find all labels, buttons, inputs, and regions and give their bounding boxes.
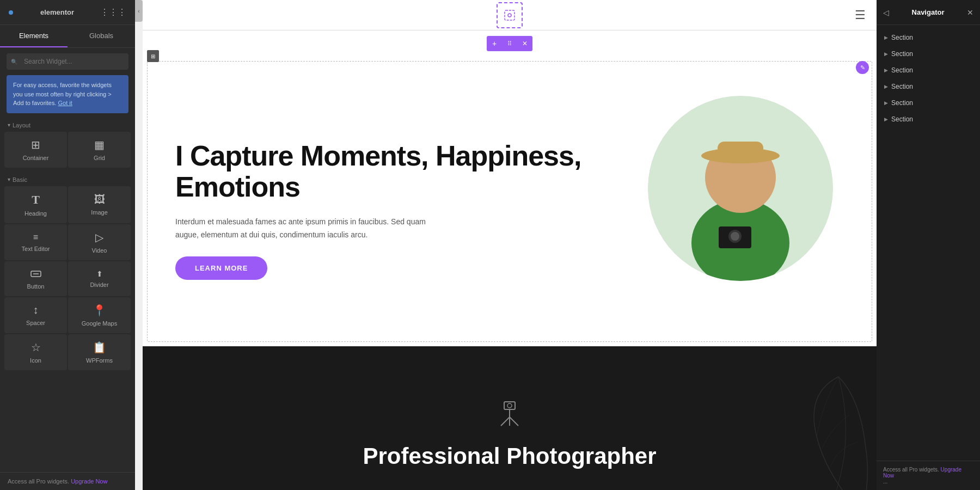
hero-section: + ⠿ ✕ ⊞ ✎ I Capture Moments, Happiness, … [143, 30, 877, 346]
divider-label: Divider [90, 281, 108, 288]
add-section-button[interactable]: + [487, 36, 502, 51]
svg-rect-8 [718, 142, 763, 158]
navigator-panel: ◁ Navigator ✕ ▶ Section ▶ Section ▶ Sect… [877, 0, 980, 490]
widget-divider[interactable]: ⬆ Divider [68, 261, 131, 296]
nav-arrow-icon: ▶ [884, 68, 888, 73]
hero-right [637, 96, 844, 281]
close-section-button[interactable]: ✕ [517, 36, 532, 51]
widget-google-maps[interactable]: 📍 Google Maps [68, 297, 131, 333]
nav-item-section-2[interactable]: ▶ Section [877, 46, 980, 62]
tripod-svg [493, 397, 526, 430]
image-icon: 🖼 [94, 193, 105, 206]
video-label: Video [92, 247, 107, 254]
navigator-title: Navigator [912, 8, 945, 16]
nav-item-section-3[interactable]: ▶ Section [877, 62, 980, 78]
footer-text: Access all Pro widgets. [8, 478, 69, 485]
widget-container[interactable]: ⊞ Container [4, 132, 67, 168]
grid-label: Grid [94, 155, 105, 161]
text-editor-label: Text Editor [22, 246, 50, 252]
photographer-svg [648, 96, 833, 281]
widget-wpforms[interactable]: 📋 WPForms [68, 334, 131, 370]
photographer-image [648, 96, 833, 281]
navigator-header: ◁ Navigator ✕ [877, 0, 980, 25]
navigator-items: ▶ Section ▶ Section ▶ Section ▶ Section … [877, 25, 980, 461]
hamburger-menu-icon[interactable]: ☰ [855, 8, 866, 22]
move-section-button[interactable]: ⠿ [502, 36, 517, 51]
collapse-handle[interactable]: ‹ [135, 0, 143, 22]
nav-item-label: Section [891, 115, 913, 123]
container-label: Container [23, 155, 49, 161]
spacer-label: Spacer [26, 320, 45, 326]
svg-point-3 [508, 14, 511, 17]
info-banner: For easy access, favorite the widgets yo… [7, 75, 128, 113]
search-input[interactable] [7, 53, 128, 70]
canvas-area: ☰ + ⠿ ✕ ⊞ ✎ I Captur [143, 0, 877, 490]
got-it-link[interactable]: Got it [58, 100, 72, 106]
upgrade-now-link[interactable]: Upgrade Now [71, 478, 107, 485]
spacer-icon: ↕ [33, 304, 39, 316]
nav-item-section-5[interactable]: ▶ Section [877, 95, 980, 111]
nav-item-label: Section [891, 66, 913, 74]
svg-point-11 [731, 232, 739, 241]
camera-tripod-icon [493, 397, 526, 434]
hero-body-text: Interdum et malesuada fames ac ante ipsu… [175, 216, 448, 242]
widget-button[interactable]: Button [4, 261, 67, 296]
canvas-topbar: ☰ [143, 0, 877, 30]
search-box [0, 48, 135, 75]
panel-header: elementor ⋮⋮⋮ [0, 0, 135, 25]
nav-item-section-4[interactable]: ▶ Section [877, 78, 980, 95]
wpforms-icon: 📋 [93, 341, 106, 354]
nav-arrow-icon: ▶ [884, 117, 888, 122]
layout-section-label: Layout [0, 118, 135, 132]
edit-pencil[interactable]: ✎ [856, 61, 869, 74]
tab-elements[interactable]: Elements [0, 25, 68, 47]
nav-arrow-icon: ▶ [884, 51, 888, 57]
tab-globals[interactable]: Globals [68, 25, 135, 47]
widget-icon[interactable]: ☆ Icon [4, 334, 67, 370]
heading-label: Heading [24, 210, 47, 217]
elementor-logo: elementor [40, 8, 74, 16]
svg-point-13 [507, 403, 512, 408]
target-icon [497, 2, 523, 28]
widget-image[interactable]: 🖼 Image [68, 186, 131, 223]
nav-item-label: Section [891, 50, 913, 58]
container-icon: ⊞ [31, 138, 40, 151]
basic-widget-grid: T Heading 🖼 Image ≡ Text Editor ▷ Video [0, 186, 135, 375]
svg-line-16 [510, 417, 518, 426]
hero-left: I Capture Moments, Happiness, Emotions I… [175, 97, 637, 280]
navigator-close-button[interactable]: ✕ [967, 8, 973, 17]
elementor-dot [9, 10, 13, 15]
text-editor-icon: ≡ [33, 232, 38, 242]
widget-video[interactable]: ▷ Video [68, 224, 131, 260]
image-label: Image [91, 209, 108, 216]
divider-icon: ⬆ [96, 270, 103, 278]
navigator-back-button[interactable]: ◁ [883, 8, 889, 17]
svg-line-15 [501, 417, 510, 426]
nav-arrow-icon: ▶ [884, 35, 888, 40]
footer-heading: Professional Photographer [363, 443, 656, 469]
grid-menu-icon[interactable]: ⋮⋮⋮ [100, 7, 126, 17]
section-controls: + ⠿ ✕ [487, 36, 532, 51]
column-handle[interactable]: ⊞ [147, 50, 159, 62]
button-icon [30, 268, 42, 280]
widget-text-editor[interactable]: ≡ Text Editor [4, 224, 67, 260]
learn-more-button[interactable]: LEARN MORE [175, 256, 267, 280]
button-label: Button [27, 283, 45, 290]
nav-item-section-6[interactable]: ▶ Section [877, 111, 980, 127]
canvas-content: + ⠿ ✕ ⊞ ✎ I Capture Moments, Happiness, … [143, 30, 877, 490]
navigator-footer: Access all Pro widgets. Upgrade Now ... [877, 461, 980, 490]
footer-section: Professional Photographer [143, 346, 877, 490]
nav-arrow-icon: ▶ [884, 100, 888, 106]
widget-heading[interactable]: T Heading [4, 186, 67, 223]
basic-section-label: Basic [0, 172, 135, 186]
layout-widget-grid: ⊞ Container ▦ Grid [0, 132, 135, 172]
svg-rect-12 [504, 402, 515, 409]
svg-rect-2 [505, 10, 514, 20]
widget-spacer[interactable]: ↕ Spacer [4, 297, 67, 333]
widget-grid[interactable]: ▦ Grid [68, 132, 131, 168]
nav-arrow-icon: ▶ [884, 84, 888, 89]
nav-item-section-1[interactable]: ▶ Section [877, 29, 980, 46]
icon-icon: ☆ [31, 341, 41, 354]
wpforms-label: WPForms [86, 357, 113, 364]
navigator-footer-text: Access all Pro widgets. [883, 467, 939, 473]
